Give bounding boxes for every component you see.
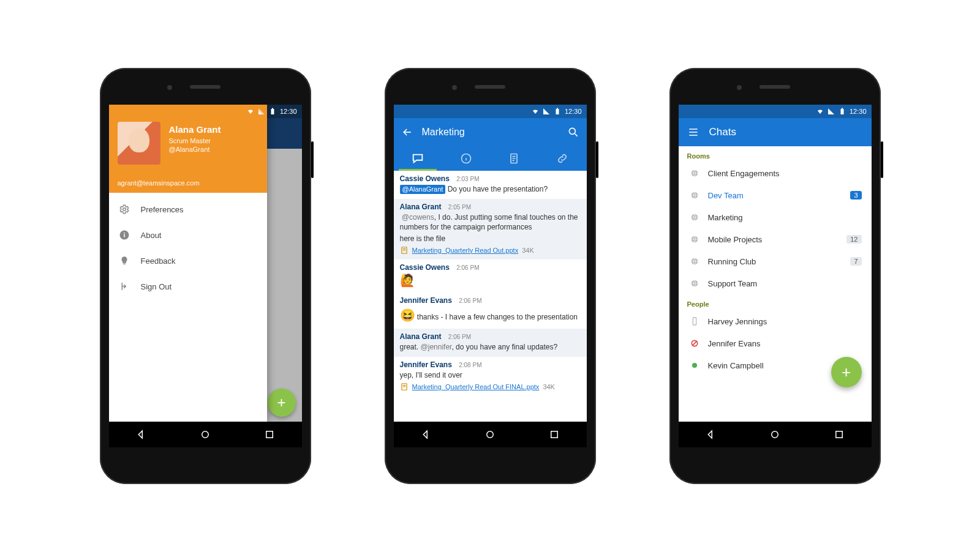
battery-icon [554,108,561,115]
back-arrow-icon[interactable] [401,126,413,138]
message-time: 2:08 PM [459,362,481,368]
menu-feedback[interactable]: Feedback [109,248,267,274]
message[interactable]: Jennifer Evans 2:08 PM yep, I'll send it… [394,357,587,396]
message-time: 2:06 PM [459,297,481,304]
nav-recent[interactable] [549,429,560,440]
search-icon[interactable] [567,126,579,138]
fab-new-chat[interactable]: + [831,357,862,387]
person-item[interactable]: Jennifer Evans [679,332,872,354]
globe-icon [690,234,699,244]
mention[interactable]: @jennifer [421,343,452,351]
signal-icon [827,108,835,115]
file-name[interactable]: Marketing_Quarterly Read Out FINAL.pptx [412,383,540,390]
person-item[interactable]: Harvey Jennings [679,310,872,332]
signout-icon [119,281,130,292]
message[interactable]: Alana Grant 2:06 PM great. @jennifer, do… [394,329,587,357]
message-text: , do you have any final updates? [451,343,557,351]
svg-rect-18 [840,109,843,114]
room-item[interactable]: Marketing [679,206,872,228]
message[interactable]: Alana Grant 2:05 PM @cowens, I do. Just … [394,199,587,259]
message-text: great. [400,343,421,351]
tab-info[interactable] [442,146,490,171]
room-item[interactable]: Mobile Projects 12 [679,228,872,250]
message-list[interactable]: Cassie Owens 2:03 PM @AlanaGrant Do you … [394,171,587,422]
menu-about[interactable]: About [109,222,267,248]
app-bar: Chats [679,118,872,146]
room-name: Mobile Projects [708,235,763,244]
globe-icon [690,212,699,222]
status-time: 12:30 [565,108,582,115]
nav-recent[interactable] [834,429,845,440]
phone-frame: 12:30 Marketing [385,68,596,484]
file-attachment[interactable]: Marketing_Quarterly Read Out.pptx 34K [400,246,581,255]
message-text: here is the file [400,234,581,244]
mention[interactable]: @cowens [402,213,434,222]
phone-speaker [475,85,505,89]
message[interactable]: Cassie Owens 2:06 PM 🙋 [394,259,587,293]
avatar[interactable] [118,122,160,165]
screen-chat: 12:30 Marketing [394,105,587,447]
section-rooms: Rooms [679,146,872,162]
globe-icon [690,256,699,266]
fab-add[interactable]: + [268,389,296,417]
svg-rect-1 [272,108,273,110]
room-name: Marketing [708,213,743,222]
svg-rect-10 [557,108,558,110]
tab-links[interactable] [538,146,587,171]
nav-home[interactable] [769,429,780,440]
phone-frame: 12:30 + Alana Grant Scrum Master @AlanaG… [100,68,311,484]
room-item[interactable]: Client Engagements [679,162,872,184]
file-attachment[interactable]: Marketing_Quarterly Read Out FINAL.pptx … [400,382,581,391]
status-bar: 12:30 [394,105,587,118]
emoji-icon: 😆 [400,307,415,324]
hamburger-icon[interactable] [687,126,699,138]
phone-side-button [881,141,883,178]
nav-back[interactable] [135,429,146,440]
unread-badge: 12 [846,235,861,244]
nav-recent[interactable] [264,429,275,440]
tab-notes[interactable] [490,146,538,171]
phone-speaker [190,85,221,89]
tab-chat[interactable] [394,146,442,171]
message-time: 2:05 PM [448,204,471,211]
file-icon [400,246,409,255]
sender-name: Jennifer Evans [400,360,452,369]
room-item[interactable]: Support Team [679,272,872,294]
menu-preferences[interactable]: Preferences [109,196,267,222]
room-item[interactable]: Running Club 7 [679,250,872,272]
menu-signout[interactable]: Sign Out [109,274,267,299]
info-icon [119,229,130,241]
message[interactable]: Jennifer Evans 2:06 PM 😆 thanks - I have… [394,293,587,329]
phone-frame: 12:30 Chats Rooms Client Engagements Dev… [669,68,881,484]
room-item[interactable]: Dev Team 3 [679,184,872,206]
wifi-icon [816,108,824,115]
gear-icon [119,204,130,215]
chats-scroll[interactable]: Rooms Client Engagements Dev Team 3 Mark… [679,146,872,422]
phone-camera [167,85,172,90]
sender-name: Alana Grant [400,203,442,211]
status-bar: 12:30 [109,105,302,118]
nav-home[interactable] [484,429,496,440]
nav-home[interactable] [200,429,211,440]
status-time: 12:30 [850,108,867,115]
android-nav-bar [109,422,302,447]
nav-back[interactable] [705,429,716,440]
link-icon [556,152,568,165]
app-bar: Marketing [394,118,587,146]
person-name: Jennifer Evans [708,339,761,348]
sender-name: Alana Grant [400,332,442,341]
mention-chip[interactable]: @AlanaGrant [400,185,446,194]
message[interactable]: Cassie Owens 2:03 PM @AlanaGrant Do you … [394,171,587,199]
unread-badge: 7 [850,257,861,266]
svg-rect-8 [266,431,273,438]
rooms-list: Client Engagements Dev Team 3 Marketing … [679,162,872,294]
file-name[interactable]: Marketing_Quarterly Read Out.pptx [412,247,519,254]
android-nav-bar [679,422,872,447]
status-time: 12:30 [280,108,297,115]
room-title[interactable]: Marketing [422,127,559,138]
message-time: 2:06 PM [448,334,471,340]
svg-point-5 [124,233,125,234]
mobile-icon [690,316,699,326]
nav-back[interactable] [420,429,431,440]
profile-email: agrant@teamsinspace.com [118,179,258,187]
